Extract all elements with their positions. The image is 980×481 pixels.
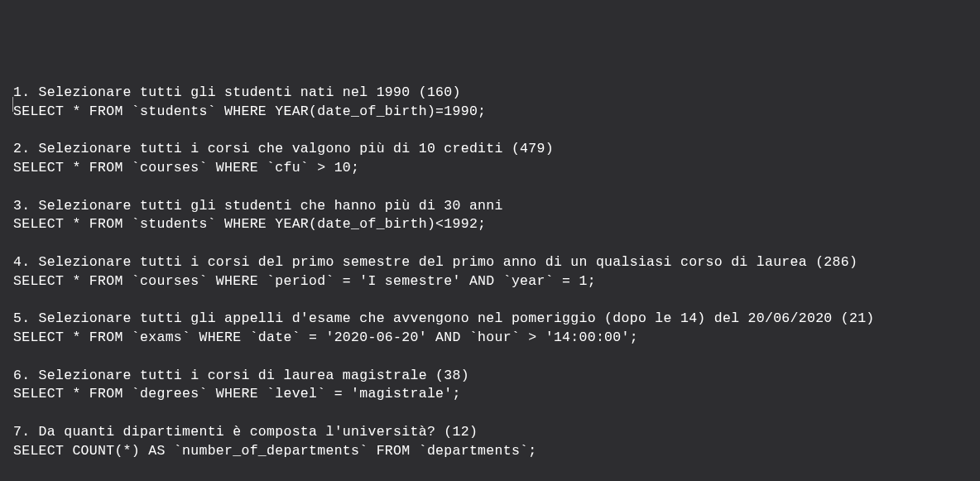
code-line: SELECT * FROM `courses` WHERE `period` =… — [13, 273, 596, 289]
code-line: 7. Da quanti dipartimenti è composta l'u… — [13, 424, 478, 440]
code-line: 6. Selezionare tutti i corsi di laurea m… — [13, 368, 469, 383]
code-line: 4. Selezionare tutti i corsi del primo s… — [13, 254, 858, 270]
code-line: SELECT * FROM `students` WHERE YEAR(date… — [13, 216, 486, 232]
code-line: SELECT * FROM `courses` WHERE `cfu` > 10… — [13, 160, 359, 176]
code-editor-content[interactable]: 1. Selezionare tutti gli studenti nati n… — [13, 84, 967, 481]
code-line: 2. Selezionare tutti i corsi che valgono… — [13, 141, 554, 156]
code-line: 3. Selezionare tutti gli studenti che ha… — [13, 198, 503, 214]
code-line: 1. Selezionare tutti gli studenti nati n… — [13, 84, 461, 100]
code-line: SELECT * FROM `exams` WHERE `date` = '20… — [13, 329, 638, 345]
code-line: SELECT * FROM `students` WHERE YEAR(date… — [13, 103, 495, 119]
code-line: SELECT COUNT(*) AS `number_of_department… — [13, 443, 537, 459]
code-line: 5. Selezionare tutti gli appelli d'esame… — [13, 310, 875, 326]
code-line: SELECT * FROM `degrees` WHERE `level` = … — [13, 386, 461, 402]
